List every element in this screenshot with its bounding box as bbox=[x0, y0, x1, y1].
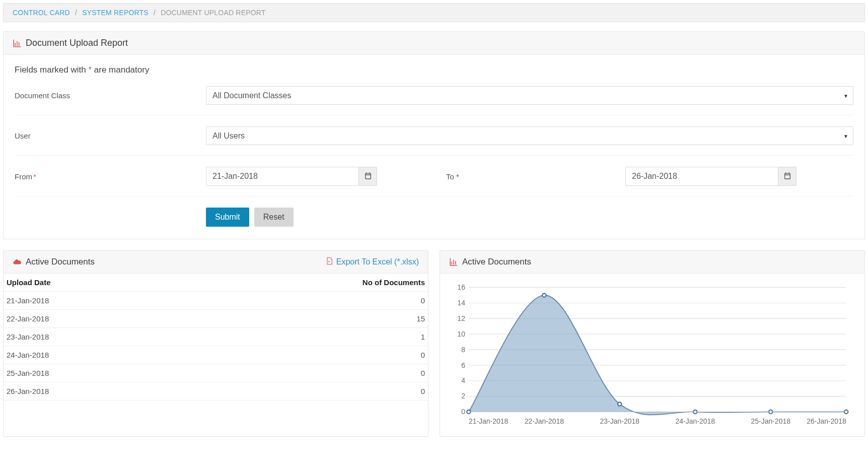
to-date-picker-button[interactable] bbox=[778, 167, 797, 186]
breadcrumb-sep: / bbox=[75, 9, 77, 17]
table-panel-title: Active Documents bbox=[26, 257, 95, 267]
from-date-input[interactable] bbox=[206, 167, 359, 186]
chart-panel-header: Active Documents bbox=[440, 251, 864, 274]
from-date-picker-button[interactable] bbox=[359, 167, 377, 186]
col-upload-date: Upload Date bbox=[4, 274, 183, 292]
results-columns: Active Documents x Export To Excel (*.xl… bbox=[3, 250, 865, 437]
table-row: 23-Jan-20181 bbox=[4, 328, 428, 346]
cell-doc-count: 0 bbox=[183, 346, 428, 364]
calendar-icon bbox=[783, 172, 791, 181]
row-document-class: Document Class All Document Classes ▼ bbox=[15, 86, 853, 115]
row-dates: From* To * bbox=[15, 167, 853, 196]
cell-upload-date: 22-Jan-2018 bbox=[4, 310, 183, 328]
cell-doc-count: 0 bbox=[183, 292, 428, 310]
table-row: 22-Jan-201815 bbox=[4, 310, 428, 328]
label-to: To * bbox=[434, 172, 625, 181]
chart-container: 024681012141621-Jan-201822-Jan-201823-Ja… bbox=[440, 274, 864, 436]
cell-upload-date: 26-Jan-2018 bbox=[4, 382, 183, 401]
svg-text:21-Jan-2018: 21-Jan-2018 bbox=[469, 417, 509, 425]
label-document-class: Document Class bbox=[15, 91, 206, 100]
table-row: 24-Jan-20180 bbox=[4, 346, 428, 364]
cloud-icon bbox=[13, 257, 22, 267]
label-from: From* bbox=[15, 172, 206, 181]
breadcrumb: CONTROL CARD / SYSTEM REPORTS / DOCUMENT… bbox=[3, 3, 865, 22]
table-panel-header: Active Documents x Export To Excel (*.xl… bbox=[4, 251, 428, 274]
table-row: 26-Jan-20180 bbox=[4, 382, 428, 401]
col-doc-count: No of Documents bbox=[183, 274, 428, 292]
svg-text:25-Jan-2018: 25-Jan-2018 bbox=[751, 417, 791, 425]
active-documents-table-panel: Active Documents x Export To Excel (*.xl… bbox=[3, 250, 428, 437]
breadcrumb-sep: / bbox=[154, 9, 156, 17]
user-select[interactable]: All Users bbox=[206, 126, 853, 145]
document-class-select[interactable]: All Document Classes bbox=[206, 86, 853, 105]
active-documents-table: Upload Date No of Documents 21-Jan-20180… bbox=[4, 274, 428, 401]
label-user: User bbox=[15, 131, 206, 140]
svg-text:x: x bbox=[328, 260, 330, 263]
cell-upload-date: 25-Jan-2018 bbox=[4, 364, 183, 382]
svg-text:0: 0 bbox=[461, 408, 465, 416]
cell-doc-count: 15 bbox=[183, 310, 428, 328]
cell-upload-date: 23-Jan-2018 bbox=[4, 328, 183, 346]
submit-button[interactable]: Submit bbox=[206, 208, 249, 227]
chart-panel-title: Active Documents bbox=[462, 257, 531, 267]
svg-text:8: 8 bbox=[461, 346, 465, 354]
svg-text:10: 10 bbox=[457, 330, 465, 338]
breadcrumb-current: DOCUMENT UPLOAD REPORT bbox=[161, 9, 265, 17]
table-row: 25-Jan-20180 bbox=[4, 364, 428, 382]
cell-upload-date: 24-Jan-2018 bbox=[4, 346, 183, 364]
cell-doc-count: 0 bbox=[183, 382, 428, 401]
svg-text:14: 14 bbox=[457, 299, 465, 307]
report-form: Fields marked with * are mandatory Docum… bbox=[4, 55, 864, 239]
breadcrumb-system-reports[interactable]: SYSTEM REPORTS bbox=[82, 9, 149, 17]
cell-doc-count: 0 bbox=[183, 364, 428, 382]
table-row: 21-Jan-20180 bbox=[4, 292, 428, 310]
row-user: User All Users ▼ bbox=[15, 126, 853, 156]
svg-text:2: 2 bbox=[461, 392, 465, 400]
svg-text:22-Jan-2018: 22-Jan-2018 bbox=[525, 417, 564, 425]
active-documents-chart: 024681012141621-Jan-201822-Jan-201823-Ja… bbox=[444, 282, 854, 428]
export-excel-link[interactable]: x Export To Excel (*.xlsx) bbox=[325, 257, 419, 267]
reset-button[interactable]: Reset bbox=[254, 208, 294, 227]
calendar-icon bbox=[364, 172, 372, 181]
bar-chart-icon bbox=[13, 39, 22, 48]
svg-text:24-Jan-2018: 24-Jan-2018 bbox=[676, 417, 715, 425]
svg-text:16: 16 bbox=[457, 283, 465, 291]
report-panel-header: Document Upload Report bbox=[4, 32, 864, 55]
svg-text:23-Jan-2018: 23-Jan-2018 bbox=[600, 417, 640, 425]
svg-text:26-Jan-2018: 26-Jan-2018 bbox=[807, 417, 846, 425]
page-title: Document Upload Report bbox=[26, 38, 128, 48]
active-documents-chart-panel: Active Documents 024681012141621-Jan-201… bbox=[440, 250, 865, 437]
svg-text:4: 4 bbox=[461, 376, 465, 384]
svg-point-31 bbox=[618, 402, 621, 406]
svg-text:6: 6 bbox=[461, 361, 465, 369]
mandatory-note: Fields marked with * are mandatory bbox=[15, 65, 853, 75]
cell-upload-date: 21-Jan-2018 bbox=[4, 292, 183, 310]
bar-chart-icon bbox=[449, 257, 458, 267]
report-panel: Document Upload Report Fields marked wit… bbox=[3, 31, 865, 239]
svg-text:12: 12 bbox=[457, 314, 465, 322]
svg-point-30 bbox=[542, 293, 546, 297]
cell-doc-count: 1 bbox=[183, 328, 428, 346]
to-date-input[interactable] bbox=[625, 167, 778, 186]
excel-file-icon: x bbox=[325, 257, 333, 267]
breadcrumb-control-card[interactable]: CONTROL CARD bbox=[13, 9, 70, 17]
form-actions: Submit Reset bbox=[206, 208, 853, 227]
